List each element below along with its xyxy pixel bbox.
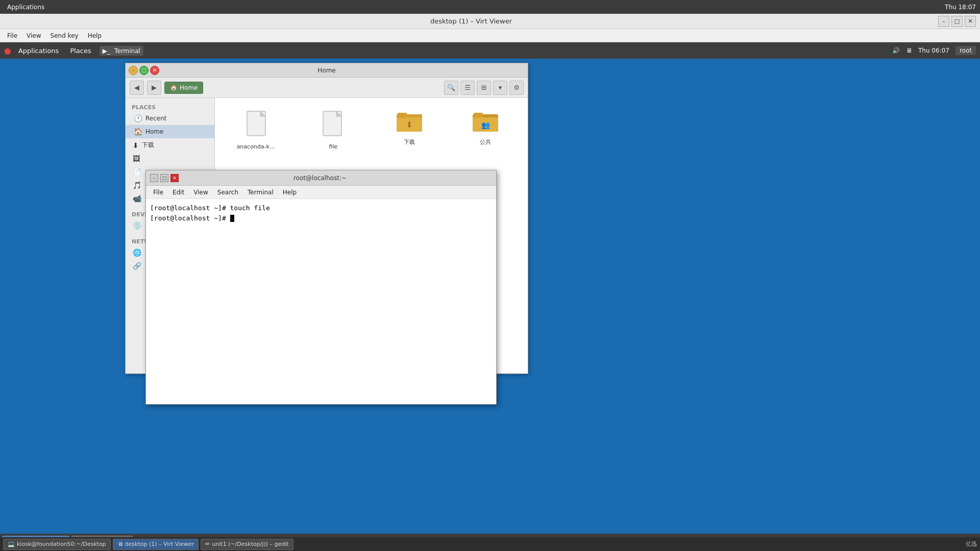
downloads-icon: ⬇ <box>133 141 139 149</box>
guest-panel-right: 🔊 🖥 Thu 06:07 root <box>892 46 976 55</box>
sidebar-item-pictures[interactable]: 🖼 <box>126 152 214 165</box>
home-sidebar-icon: 🏠 <box>134 128 142 136</box>
gedit-icon: ✏ <box>205 541 210 547</box>
host-taskbar-left: Applications <box>4 3 52 12</box>
host-bottom-taskbar: 💻 kiosk@foundation50:~/Desktop 🖥 desktop… <box>0 537 980 551</box>
guest-time: Thu 06:07 <box>918 47 949 54</box>
documents-icon: 📄 <box>133 168 141 176</box>
svg-text:⬇: ⬇ <box>406 120 412 130</box>
anaconda-file-icon <box>246 110 268 141</box>
term-cursor <box>230 215 234 222</box>
network-icon: 🌐 <box>133 248 141 257</box>
fm-file-anaconda[interactable]: anaconda-ks.cfg <box>223 106 291 154</box>
virt-viewer-titlebar: desktop (1) – Virt Viewer – □ ✕ <box>0 14 980 29</box>
virt-viewer-wc[interactable]: – □ ✕ <box>938 16 976 27</box>
virt-viewer-menu-help[interactable]: Help <box>84 31 106 40</box>
fm-title: Home <box>159 67 494 74</box>
device-icon: 💿 <box>133 221 141 230</box>
guest-terminal-launcher[interactable]: ▶_ Terminal <box>100 46 143 56</box>
guest-panel: ● Applications Places ▶_ Terminal 🔊 🖥 Th… <box>0 42 980 59</box>
host-apps-menu[interactable]: Applications <box>4 3 47 12</box>
fm-folder-public[interactable]: 👥 公共 <box>452 106 520 154</box>
terminal-icon: ▶_ <box>103 47 110 55</box>
fm-folder-downloads[interactable]: ⬇ 下载 <box>376 106 444 154</box>
hbt-item-virt[interactable]: 🖥 desktop (1) – Virt Viewer <box>113 539 199 550</box>
guest-user[interactable]: root <box>955 46 976 55</box>
virt-viewer-menubar: File View Send key Help <box>0 29 980 42</box>
fm-close-btn[interactable]: ✕ <box>150 66 159 75</box>
fm-file-file[interactable]: file <box>299 106 367 154</box>
fm-window-controls[interactable]: – □ ✕ <box>129 66 159 75</box>
term-title: root@localhost:~ <box>179 174 461 182</box>
virt-label: desktop (1) – Virt Viewer <box>125 541 194 547</box>
fm-maximize-btn[interactable]: □ <box>139 66 149 75</box>
term-menu-view[interactable]: View <box>189 188 212 197</box>
pictures-icon: 🖼 <box>133 155 140 163</box>
guest-panel-apps: ● Applications Places ▶_ Terminal <box>4 45 143 57</box>
term-menu-edit[interactable]: Edit <box>168 188 188 197</box>
svg-rect-9 <box>398 113 407 118</box>
term-window-controls[interactable]: – □ ✕ <box>150 174 179 182</box>
fm-grid-view-btn[interactable]: ⊞ <box>477 81 491 95</box>
term-menu-file[interactable]: File <box>149 188 167 197</box>
term-minimize-btn[interactable]: – <box>150 174 158 182</box>
term-menu-search[interactable]: Search <box>213 188 242 197</box>
guest-monitor-icon[interactable]: 🖥 <box>906 47 912 54</box>
virt-viewer-maximize-btn[interactable]: □ <box>951 16 963 27</box>
virt-viewer-menu-file[interactable]: File <box>3 31 21 40</box>
home-sidebar-label: Home <box>145 128 163 135</box>
fm-forward-btn[interactable]: ▶ <box>147 81 161 95</box>
downloads-label: 下载 <box>142 141 154 149</box>
term-menu-help[interactable]: Help <box>279 188 301 197</box>
connect-icon: 🔗 <box>133 262 141 270</box>
guest-applications-menu[interactable]: Applications <box>13 45 64 57</box>
fm-toolbar: ◀ ▶ 🏠 Home 🔍 ☰ ⊞ ▾ ⚙ <box>126 78 528 98</box>
host-time: Thu 18:07 <box>945 4 976 11</box>
guest-sound-icon[interactable]: 🔊 <box>892 47 900 54</box>
host-taskbar: Applications Thu 18:07 <box>0 0 980 14</box>
gedit-label: unit1 (~/Desktop/j)) – gedit <box>212 541 288 547</box>
sidebar-item-home[interactable]: 🏠 Home <box>126 125 214 138</box>
virt-viewer-minimize-btn[interactable]: – <box>938 16 949 27</box>
fm-back-btn[interactable]: ◀ <box>130 81 144 95</box>
fm-search-btn[interactable]: 🔍 <box>444 81 458 95</box>
virt-viewer-menu-view[interactable]: View <box>22 31 45 40</box>
fm-toolbar-right: 🔍 ☰ ⊞ ▾ ⚙ <box>444 81 524 95</box>
fm-titlebar: – □ ✕ Home <box>126 63 528 78</box>
term-close-btn[interactable]: ✕ <box>170 174 179 182</box>
fm-minimize-btn[interactable]: – <box>129 66 138 75</box>
virt-viewer-close-btn[interactable]: ✕ <box>965 16 976 27</box>
terminal-label: Terminal <box>114 47 140 55</box>
sidebar-item-recent[interactable]: 🕐 Recent <box>126 112 214 125</box>
svg-rect-13 <box>474 113 483 118</box>
term-maximize-btn[interactable]: □ <box>160 174 168 182</box>
term-menu-terminal[interactable]: Terminal <box>243 188 278 197</box>
music-icon: 🎵 <box>133 181 141 189</box>
virt-viewer-window: desktop (1) – Virt Viewer – □ ✕ File Vie… <box>0 14 980 551</box>
fm-list-view-btn[interactable]: ☰ <box>460 81 475 95</box>
fm-home-btn[interactable]: 🏠 Home <box>164 82 203 94</box>
videos-icon: 📹 <box>133 194 141 203</box>
virt-viewer-menu-sendkey[interactable]: Send key <box>46 31 83 40</box>
term-content[interactable]: [root@localhost ~]# touch file [root@loc… <box>146 199 496 404</box>
term-line-2: [root@localhost ~]# <box>150 213 492 223</box>
recent-label: Recent <box>145 115 166 122</box>
applications-dot-icon: ● <box>4 46 11 56</box>
fm-sort-btn[interactable]: ▾ <box>493 81 507 95</box>
terminal-window: – □ ✕ root@localhost:~ File Edit View Se… <box>145 170 497 405</box>
term-line-1: [root@localhost ~]# touch file <box>150 203 492 213</box>
svg-text:👥: 👥 <box>481 121 491 130</box>
downloads-folder-icon: ⬇ <box>397 110 422 136</box>
host-taskbar-right: Thu 18:07 <box>945 4 976 11</box>
hbt-item-gedit[interactable]: ✏ unit1 (~/Desktop/j)) – gedit <box>201 539 293 550</box>
term-menubar: File Edit View Search Terminal Help <box>146 186 496 199</box>
guest-places-menu[interactable]: Places <box>65 45 96 57</box>
virt-viewer-title: desktop (1) – Virt Viewer <box>4 17 938 25</box>
hbt-item-kiosk[interactable]: 💻 kiosk@foundation50:~/Desktop <box>3 539 111 550</box>
fm-settings-btn[interactable]: ⚙ <box>509 81 524 95</box>
sidebar-item-downloads[interactable]: ⬇ 下载 <box>126 138 214 152</box>
file-file-name: file <box>329 143 337 150</box>
guest-area: ● Applications Places ▶_ Terminal 🔊 🖥 Th… <box>0 42 980 551</box>
public-folder-name: 公共 <box>480 138 491 146</box>
virt-icon: 🖥 <box>117 541 123 547</box>
